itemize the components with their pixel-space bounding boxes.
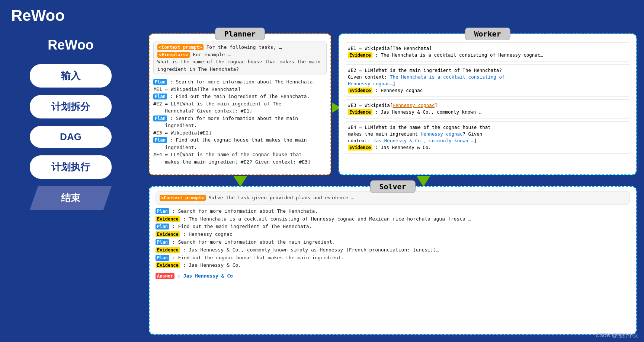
sidebar-btn-input[interactable]: 输入 bbox=[30, 64, 112, 88]
sidebar-btn-end[interactable]: 结束 bbox=[30, 186, 112, 210]
solver-line-5: Plan : Search for more information about… bbox=[156, 238, 630, 246]
sidebar-btn-plan-split[interactable]: 计划拆分 bbox=[30, 95, 112, 118]
exemplars-tag: <Exemplars> bbox=[157, 52, 190, 58]
worker-card-4: #E4 = LLM[What is the name of the cognac… bbox=[344, 121, 631, 154]
solver-line-1: Plan : Search for more information about… bbox=[156, 208, 630, 215]
planner-line-5: Plan : Search for more information about… bbox=[153, 115, 327, 129]
solver-evidence-tag-1: Evidence bbox=[156, 216, 180, 222]
worker-card-1-evidence: Evidence : The Hennchata is a cocktail c… bbox=[348, 52, 627, 58]
plan-tag-4: Plan bbox=[153, 137, 167, 143]
worker-card-2: #E2 = LLM[What is the main ingredient of… bbox=[344, 64, 631, 97]
solver-header: Solver bbox=[370, 180, 415, 193]
solver-plan-tag-2: Plan bbox=[156, 224, 169, 229]
worker-card-4-ref: #E4 = LLM[What is the name of the cognac… bbox=[348, 124, 627, 144]
worker-card-2-ref: #E2 = LLM[What is the main ingredient of… bbox=[348, 67, 627, 87]
solver-line-4: Evidence : Hennessy cognac bbox=[156, 231, 630, 238]
solver-plan-tag-1: Plan bbox=[156, 208, 169, 214]
planner-line-4: #E2 = LLM[What is the main ingredient of… bbox=[153, 100, 327, 115]
solver-evidence-tag-2: Evidence bbox=[156, 231, 180, 237]
worker-box: Worker #E1 = Wikipedia[The Hennchata] Ev… bbox=[339, 34, 637, 175]
evidence-tag-2: Evidence bbox=[348, 88, 372, 94]
arrow-planner-to-solver bbox=[234, 176, 247, 187]
worker-card-4-evidence: Evidence : Jas Hennessy & Co. bbox=[348, 144, 627, 151]
sidebar: ReWoo 输入 计划拆分 DAG 计划执行 结束 bbox=[0, 30, 141, 217]
worker-header: Worker bbox=[465, 28, 510, 40]
solver-line-7: Plan : Find out the cognac house that ma… bbox=[156, 254, 630, 262]
planner-content: <Context prompt> For the following tasks… bbox=[153, 41, 327, 165]
planner-line-3: Plan : Find out the main ingredient of T… bbox=[153, 93, 327, 100]
worker-card-3: #E3 = Wikipedia[Hennessy cognac] Evidenc… bbox=[344, 99, 631, 118]
context-prompt-text: For the following tasks, … bbox=[206, 44, 282, 50]
solver-box: Solver <Context prompt> Solve the task g… bbox=[149, 186, 637, 335]
solver-line-3: Plan : Find out the main ingredient of T… bbox=[156, 223, 630, 231]
solver-line-2: Evidence : The Hennchata is a cocktail c… bbox=[156, 215, 630, 223]
worker-card-3-ref: #E3 = Wikipedia[Hennessy cognac] bbox=[348, 102, 627, 109]
worker-card-3-evidence: Evidence : Jas Hennessy & Co., commonly … bbox=[348, 109, 627, 115]
planner-line-8: #E4 = LLM[What is the name of the cognac… bbox=[153, 151, 327, 165]
planner-line-6: #E3 = Wikipedia[#E2] bbox=[153, 129, 327, 137]
plan-tag-3: Plan bbox=[153, 115, 167, 121]
planner-box: Planner <Context prompt> For the followi… bbox=[149, 34, 331, 175]
worker-card-1-ref: #E1 = Wikipedia[The Hennchata] bbox=[348, 45, 627, 52]
solver-line-6: Evidence : Jas Hennessy & Co., commonly … bbox=[156, 246, 630, 254]
evidence-tag-3: Evidence bbox=[348, 109, 372, 115]
arrow-worker-to-solver bbox=[417, 176, 430, 187]
plan-tag-1: Plan bbox=[153, 79, 167, 85]
planner-line-1: Plan : Search for more information about… bbox=[153, 78, 327, 86]
worker-card-1: #E1 = Wikipedia[The Hennchata] Evidence … bbox=[344, 42, 631, 61]
main-content: Planner <Context prompt> For the followi… bbox=[149, 34, 637, 335]
solver-context-box: <Context prompt> Solve the task given pr… bbox=[156, 191, 630, 205]
solver-context-tag: <Context prompt> bbox=[160, 195, 206, 201]
plan-tag-2: Plan bbox=[153, 94, 167, 99]
header-title: ReWoo bbox=[11, 7, 65, 24]
solver-content: <Context prompt> Solve the task given pr… bbox=[156, 191, 630, 280]
context-prompt-tag: <Context prompt> bbox=[157, 44, 204, 50]
planner-question: What is the name of the cognac house tha… bbox=[157, 59, 320, 72]
solver-context-text: Solve the task given provided plans and … bbox=[208, 195, 354, 200]
solver-line-8: Evidence : Jas Hennessy & Co. bbox=[156, 262, 630, 269]
sidebar-btn-dag[interactable]: DAG bbox=[30, 126, 112, 148]
planner-context-box: <Context prompt> For the following tasks… bbox=[153, 41, 327, 75]
planner-line-2: #E1 = Wikipedia[The Hennchata] bbox=[153, 86, 327, 93]
solver-answer-tag: Answer bbox=[156, 273, 174, 279]
watermark: CSDN @熊猫小伙 bbox=[596, 332, 638, 339]
solver-answer-text: : Jas Hennessy & Co bbox=[177, 273, 233, 279]
evidence-tag-1: Evidence bbox=[348, 52, 372, 58]
solver-plan-tag-4: Plan bbox=[156, 255, 169, 261]
planner-line-7: Plan : Find out the cognac house that ma… bbox=[153, 136, 327, 151]
solver-answer-line: Answer : Jas Hennessy & Co bbox=[156, 272, 630, 280]
header: ReWoo bbox=[0, 0, 644, 31]
worker-card-2-evidence: Evidence : Hennessy cognac bbox=[348, 87, 627, 94]
sidebar-btn-plan-exec[interactable]: 计划执行 bbox=[30, 155, 112, 179]
exemplars-text: For example … bbox=[193, 52, 231, 57]
solver-plan-tag-3: Plan bbox=[156, 239, 169, 245]
solver-evidence-tag-3: Evidence bbox=[156, 247, 180, 253]
evidence-tag-4: Evidence bbox=[348, 145, 372, 151]
planner-header: Planner bbox=[215, 28, 265, 40]
solver-evidence-tag-4: Evidence bbox=[156, 262, 180, 268]
sidebar-title: ReWoo bbox=[48, 37, 93, 53]
